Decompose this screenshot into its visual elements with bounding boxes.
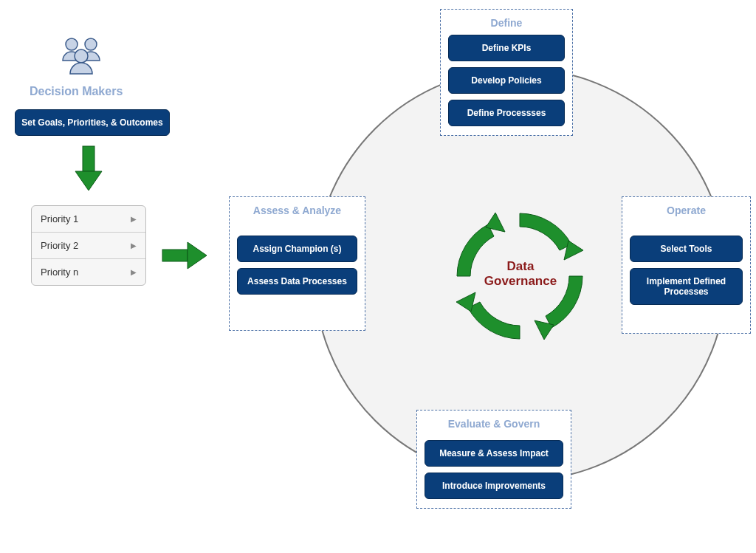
- box-title: Evaluate & Govern: [425, 418, 563, 430]
- svg-point-2: [75, 49, 88, 63]
- evaluate-box: Evaluate & Govern Measure & Assess Impac…: [416, 410, 571, 509]
- action-button: Assign Champion (s): [237, 236, 357, 262]
- box-title: Operate: [630, 205, 743, 216]
- priority-label: Priority 1: [41, 213, 78, 224]
- action-button: Measure & Assess Impact: [425, 440, 563, 467]
- set-goals-button: Set Goals, Priorities, & Outcomes: [15, 109, 170, 136]
- chevron-right-icon: ▶: [131, 215, 137, 223]
- action-button: Develop Policies: [448, 67, 565, 94]
- priority-item: Priority 1▶: [32, 206, 145, 233]
- people-icon: [55, 35, 107, 80]
- svg-rect-3: [83, 146, 94, 171]
- svg-marker-6: [188, 242, 207, 269]
- center-label: Data Governance: [461, 259, 580, 289]
- action-button: Implement Defined Processes: [630, 268, 743, 305]
- action-button: Assess Data Processes: [237, 268, 357, 295]
- action-button: Define KPIs: [448, 35, 565, 61]
- priority-item: Priority n▶: [32, 259, 145, 285]
- priority-label: Priority 2: [41, 240, 78, 251]
- assess-box: Assess & Analyze Assign Champion (s) Ass…: [229, 196, 365, 331]
- action-button: Define Processses: [448, 100, 565, 126]
- svg-point-0: [66, 38, 78, 50]
- operate-box: Operate Select Tools Implement Defined P…: [622, 196, 751, 334]
- decision-makers-title: Decision Makers: [30, 85, 123, 98]
- action-button: Select Tools: [630, 236, 743, 262]
- svg-marker-4: [75, 171, 102, 190]
- priority-item: Priority 2▶: [32, 233, 145, 259]
- box-title: Define: [448, 17, 565, 29]
- define-box: Define Define KPIs Develop Policies Defi…: [440, 9, 573, 136]
- action-button: Introduce Improvements: [425, 473, 563, 499]
- priority-list: Priority 1▶ Priority 2▶ Priority n▶: [31, 205, 146, 286]
- svg-rect-5: [162, 250, 188, 261]
- svg-point-1: [85, 38, 97, 50]
- arrow-down-icon: [74, 145, 103, 193]
- arrow-right-icon: [161, 241, 209, 270]
- box-title: Assess & Analyze: [237, 205, 357, 216]
- chevron-right-icon: ▶: [131, 268, 137, 276]
- priority-label: Priority n: [41, 267, 78, 278]
- chevron-right-icon: ▶: [131, 241, 137, 250]
